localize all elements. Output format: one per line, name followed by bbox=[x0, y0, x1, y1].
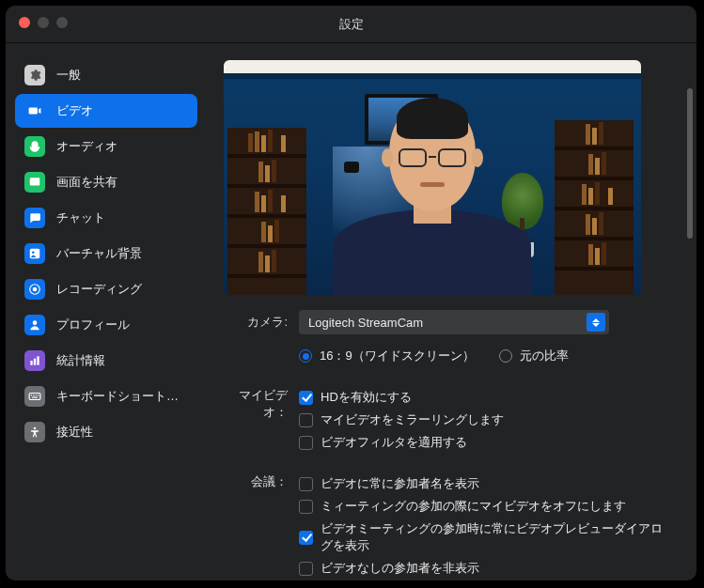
sidebar-item-10[interactable]: 接近性 bbox=[15, 415, 197, 449]
svg-point-5 bbox=[33, 320, 38, 325]
access-icon bbox=[24, 422, 45, 442]
sidebar-item-label: 接近性 bbox=[56, 424, 93, 441]
svg-rect-7 bbox=[34, 359, 36, 365]
profile-icon bbox=[24, 315, 45, 335]
sidebar-item-label: バーチャル背景 bbox=[56, 245, 142, 262]
audio-icon bbox=[24, 136, 45, 157]
meeting-options-option-3[interactable]: ビデオなしの参加者を非表示 bbox=[299, 560, 674, 577]
sidebar-item-label: 一般 bbox=[56, 67, 81, 84]
sidebar-item-3[interactable]: 画面を共有 bbox=[15, 165, 197, 199]
radio-label: 16：9（ワイドスクリーン） bbox=[320, 348, 475, 364]
my-video-label: マイビデオ： bbox=[224, 383, 299, 421]
content-panel: カメラ: Logitech StreamCam 16：9（ワイドスクリーン）元の… bbox=[207, 43, 696, 580]
checkbox-label: ミィーティングの参加の際にマイビデオをオフにします bbox=[321, 498, 626, 515]
updown-icon bbox=[587, 313, 605, 332]
settings-window: 設定 一般ビデオオーディオ画面を共有チャットバーチャル背景レコーディングプロフィ… bbox=[6, 6, 696, 580]
sidebar-item-8[interactable]: 統計情報 bbox=[15, 344, 197, 378]
svg-rect-14 bbox=[32, 397, 38, 398]
svg-rect-6 bbox=[30, 361, 32, 365]
svg-rect-13 bbox=[38, 395, 39, 395]
radio-label: 元の比率 bbox=[520, 348, 569, 364]
bg-icon bbox=[24, 243, 45, 264]
video-preview bbox=[224, 60, 641, 295]
sidebar-item-label: 画面を共有 bbox=[56, 174, 117, 191]
svg-rect-8 bbox=[37, 356, 39, 364]
aspect-ratio-option-1[interactable]: 元の比率 bbox=[499, 348, 569, 364]
sidebar-item-label: チャット bbox=[56, 209, 105, 226]
sidebar-item-6[interactable]: レコーディング bbox=[15, 272, 197, 306]
window-title: 設定 bbox=[339, 16, 364, 33]
checkbox-icon bbox=[299, 391, 313, 405]
camera-label: カメラ: bbox=[224, 310, 299, 331]
checkbox-icon bbox=[299, 477, 313, 491]
sidebar-item-label: ビデオ bbox=[56, 102, 93, 119]
sidebar-item-0[interactable]: 一般 bbox=[15, 58, 197, 92]
meeting-options-option-2[interactable]: ビデオミーティングの参加時に常にビデオプレビューダイアログを表示 bbox=[299, 520, 674, 554]
titlebar: 設定 bbox=[6, 6, 696, 43]
sidebar-item-label: レコーディング bbox=[56, 281, 142, 298]
stats-icon bbox=[24, 350, 45, 371]
share-icon bbox=[24, 172, 45, 193]
gear-icon bbox=[24, 65, 45, 85]
checkbox-label: ビデオなしの参加者を非表示 bbox=[321, 560, 479, 577]
checkbox-label: マイビデオをミラーリングします bbox=[321, 411, 504, 428]
sidebar-item-label: キーボードショートカ… bbox=[56, 388, 188, 405]
checkbox-label: ビデオフィルタを適用する bbox=[321, 434, 467, 451]
svg-point-15 bbox=[34, 427, 37, 430]
sidebar-item-4[interactable]: チャット bbox=[15, 201, 197, 235]
sidebar: 一般ビデオオーディオ画面を共有チャットバーチャル背景レコーディングプロフィール統… bbox=[6, 43, 207, 580]
checkbox-icon bbox=[299, 436, 313, 450]
aspect-ratio-option-0[interactable]: 16：9（ワイドスクリーン） bbox=[299, 348, 475, 364]
checkbox-icon bbox=[299, 500, 313, 514]
my_video-options-option-1[interactable]: マイビデオをミラーリングします bbox=[299, 411, 674, 428]
svg-rect-9 bbox=[29, 394, 40, 400]
maximize-button[interactable] bbox=[56, 17, 68, 28]
camera-select-value: Logitech StreamCam bbox=[308, 316, 423, 330]
sidebar-item-7[interactable]: プロフィール bbox=[15, 308, 197, 342]
sidebar-item-label: プロフィール bbox=[56, 317, 130, 333]
svg-rect-10 bbox=[31, 395, 32, 395]
checkbox-icon bbox=[299, 413, 313, 427]
svg-rect-11 bbox=[33, 395, 34, 395]
meeting-options-option-1[interactable]: ミィーティングの参加の際にマイビデオをオフにします bbox=[299, 498, 674, 515]
svg-point-2 bbox=[32, 252, 35, 255]
meeting-row: 会議： ビデオに常に参加者名を表示ミィーティングの参加の際にマイビデオをオフにし… bbox=[224, 470, 674, 580]
meeting-options-option-0[interactable]: ビデオに常に参加者名を表示 bbox=[299, 475, 674, 492]
sidebar-item-2[interactable]: オーディオ bbox=[15, 130, 197, 163]
keyboard-icon bbox=[24, 386, 45, 407]
sidebar-item-1[interactable]: ビデオ bbox=[15, 94, 197, 128]
svg-point-4 bbox=[33, 287, 38, 292]
checkbox-label: ビデオに常に参加者名を表示 bbox=[321, 475, 479, 492]
video-icon bbox=[24, 101, 45, 121]
my_video-options-option-0[interactable]: HDを有効にする bbox=[299, 389, 674, 406]
scrollbar[interactable] bbox=[687, 88, 693, 483]
minimize-button[interactable] bbox=[38, 17, 49, 28]
scrollbar-thumb[interactable] bbox=[687, 88, 693, 239]
meeting-label: 会議： bbox=[224, 470, 299, 490]
close-button[interactable] bbox=[19, 17, 30, 28]
checkbox-label: HDを有効にする bbox=[321, 389, 412, 406]
checkbox-icon bbox=[299, 531, 313, 545]
checkbox-icon bbox=[299, 562, 313, 576]
checkbox-label: ビデオミーティングの参加時に常にビデオプレビューダイアログを表示 bbox=[321, 520, 674, 554]
camera-select[interactable]: Logitech StreamCam bbox=[299, 310, 609, 334]
my_video-options-option-2[interactable]: ビデオフィルタを適用する bbox=[299, 434, 674, 451]
record-icon bbox=[24, 279, 45, 300]
my-video-row: マイビデオ： HDを有効にするマイビデオをミラーリングしますビデオフィルタを適用… bbox=[224, 383, 674, 456]
traffic-lights bbox=[19, 17, 68, 28]
radio-icon bbox=[299, 349, 312, 363]
radio-icon bbox=[499, 349, 512, 363]
sidebar-item-9[interactable]: キーボードショートカ… bbox=[15, 379, 197, 413]
sidebar-item-label: 統計情報 bbox=[56, 352, 105, 369]
svg-rect-12 bbox=[36, 395, 37, 395]
sidebar-item-label: オーディオ bbox=[56, 138, 117, 155]
camera-row: カメラ: Logitech StreamCam 16：9（ワイドスクリーン）元の… bbox=[224, 310, 674, 376]
aspect-ratio-group: 16：9（ワイドスクリーン）元の比率 bbox=[299, 342, 674, 370]
chat-icon bbox=[24, 208, 45, 228]
sidebar-item-5[interactable]: バーチャル背景 bbox=[15, 237, 197, 271]
